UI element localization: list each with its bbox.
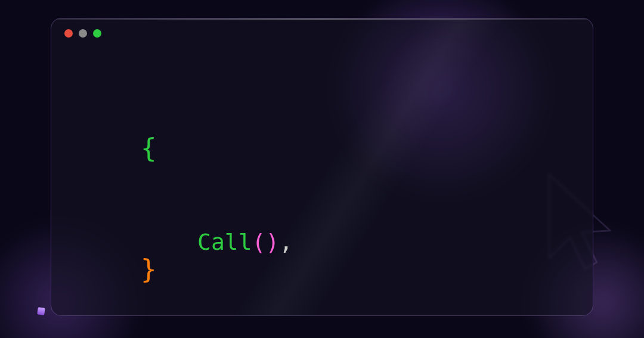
brace-close: }	[141, 254, 157, 284]
brace-open: {	[141, 131, 416, 166]
traffic-lights	[64, 29, 101, 38]
code-block: { Call(), Apply(), Bind(), // in javascr…	[141, 69, 416, 316]
tiny-square-decoration	[37, 307, 45, 315]
window-top-highlight	[51, 18, 593, 20]
minimize-dot[interactable]	[79, 29, 87, 38]
close-dot[interactable]	[64, 29, 73, 38]
code-window: { Call(), Apply(), Bind(), // in javascr…	[51, 18, 593, 316]
comma: ,	[279, 229, 293, 255]
maximize-dot[interactable]	[93, 29, 101, 38]
fn-name: Call	[197, 229, 252, 255]
code-line-call: Call(),	[197, 227, 416, 258]
parens: ()	[252, 229, 280, 255]
